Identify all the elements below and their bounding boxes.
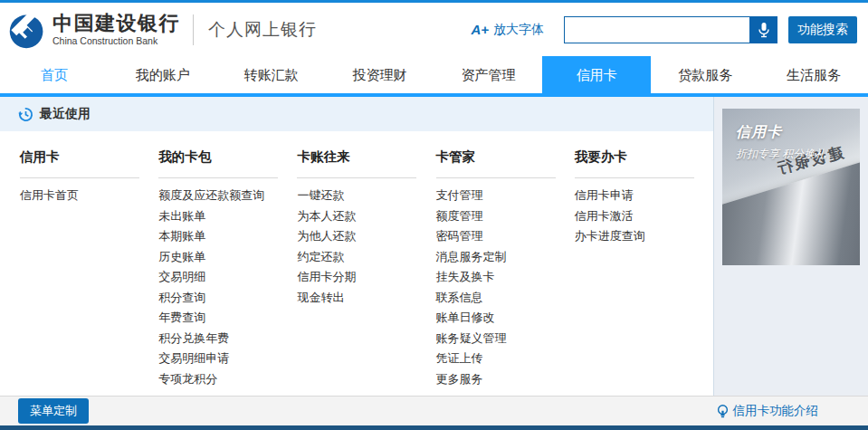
lightbulb-icon (716, 404, 730, 419)
menu-item[interactable]: 信用卡激活 (575, 206, 713, 227)
bottom-bar: 菜单定制 信用卡功能介绍 (0, 396, 868, 425)
menu-item[interactable]: 交易明细 (158, 267, 297, 288)
menu-column-card-transactions: 卡账往来 一键还款 为本人还款 为他人还款 约定还款 信用卡分期 现金转出 (297, 146, 435, 389)
column-divider (436, 177, 556, 178)
recently-used-label: 最近使用 (40, 106, 91, 122)
menu-item[interactable]: 年费查询 (158, 308, 297, 329)
banner-card-graphic (722, 160, 860, 265)
menu-item[interactable]: 账单日修改 (436, 308, 575, 329)
font-zoom-label: 放大字体 (493, 22, 544, 38)
column-divider (158, 177, 278, 178)
portal-title: 个人网上银行 (208, 18, 317, 42)
banner-title: 信用卡 (736, 123, 782, 142)
search-input[interactable] (564, 16, 749, 43)
font-zoom-link[interactable]: A+ 放大字体 (471, 22, 544, 38)
microphone-icon (758, 22, 770, 38)
tab-investment[interactable]: 投资理财 (326, 56, 434, 93)
tab-credit-card[interactable]: 信用卡 (542, 56, 651, 93)
menu-column-header: 我要办卡 (575, 146, 713, 166)
menu-item[interactable]: 额度及应还款额查询 (158, 186, 297, 206)
menu-item[interactable]: 信用卡分期 (297, 267, 435, 288)
search-group (564, 16, 777, 43)
menu-item[interactable]: 更多服务 (436, 369, 575, 390)
brand-name-cn: 中国建设银行 (52, 14, 180, 33)
main-nav: 首页 我的账户 转账汇款 投资理财 资产管理 信用卡 贷款服务 生活服务 (0, 56, 868, 93)
recently-used-bar[interactable]: 最近使用 (0, 97, 713, 131)
column-divider (297, 177, 416, 178)
menu-column-apply-card: 我要办卡 信用卡申请 信用卡激活 办卡进度查询 (575, 146, 713, 389)
menu-item[interactable]: 现金转出 (297, 288, 435, 309)
tab-life-services[interactable]: 生活服务 (759, 56, 868, 93)
menu-columns: 信用卡 信用卡首页 我的卡包 额度及应还款额查询 未出账单 本期账单 历史账单 … (0, 131, 713, 389)
banner-subtitle: 折扣专享 积分换礼 (736, 147, 825, 162)
font-zoom-icon: A+ (471, 22, 489, 37)
header-divider (193, 14, 194, 45)
menu-item[interactable]: 密码管理 (436, 226, 575, 247)
header: 中国建设银行 China Construction Bank 个人网上银行 A+… (0, 3, 868, 56)
menu-column-card-manager: 卡管家 支付管理 额度管理 密码管理 消息服务定制 挂失及换卡 联系信息 账单日… (436, 146, 575, 389)
menu-item[interactable]: 额度管理 (436, 206, 575, 227)
bottom-navy-strip (0, 425, 868, 430)
tab-loan-services[interactable]: 贷款服务 (651, 56, 759, 93)
menu-item[interactable]: 信用卡申请 (575, 186, 713, 206)
menu-item[interactable]: 办卡进度查询 (575, 226, 713, 247)
menu-item[interactable]: 未出账单 (158, 206, 297, 227)
brand-block: 中国建设银行 China Construction Bank (52, 14, 180, 46)
menu-item[interactable]: 信用卡首页 (20, 186, 158, 206)
column-divider (20, 177, 139, 178)
credit-card-intro-link[interactable]: 信用卡功能介绍 (716, 403, 819, 419)
tab-transfer[interactable]: 转账汇款 (217, 56, 326, 93)
menu-item[interactable]: 联系信息 (436, 288, 575, 309)
menu-item[interactable]: 消息服务定制 (436, 247, 575, 268)
menu-item[interactable]: 支付管理 (436, 186, 575, 206)
menu-item[interactable]: 约定还款 (297, 247, 435, 268)
menu-column-my-cards: 我的卡包 额度及应还款额查询 未出账单 本期账单 历史账单 交易明细 积分查询 … (158, 146, 297, 389)
tab-my-accounts[interactable]: 我的账户 (109, 56, 217, 93)
menu-item[interactable]: 本期账单 (158, 226, 297, 247)
menu-item[interactable]: 积分兑换年费 (158, 329, 297, 349)
history-clock-icon (18, 107, 33, 122)
menu-column-credit-card: 信用卡 信用卡首页 (20, 146, 158, 389)
ccb-logo-icon (7, 10, 47, 50)
column-divider (575, 177, 694, 178)
menu-item[interactable]: 积分查询 (158, 288, 297, 309)
menu-item[interactable]: 账务疑义管理 (436, 329, 575, 349)
tab-home[interactable]: 首页 (0, 56, 109, 93)
menu-customize-button[interactable]: 菜单定制 (18, 398, 89, 424)
menu-item[interactable]: 凭证上传 (436, 349, 575, 369)
menu-column-header: 卡管家 (436, 146, 575, 166)
menu-item[interactable]: 一键还款 (297, 186, 435, 206)
menu-item[interactable]: 为本人还款 (297, 206, 435, 227)
voice-search-button[interactable] (749, 16, 777, 43)
menu-item[interactable]: 交易明细申请 (158, 349, 297, 369)
function-search-button[interactable]: 功能搜索 (788, 16, 857, 43)
credit-card-promo-banner[interactable]: 建设银行 信用卡 折扣专享 积分换礼 (722, 109, 860, 265)
promo-panel: 建设银行 信用卡 折扣专享 积分换礼 (713, 97, 868, 396)
menu-column-header: 卡账往来 (297, 146, 435, 166)
menu-item[interactable]: 历史账单 (158, 247, 297, 268)
tab-asset-management[interactable]: 资产管理 (434, 56, 543, 93)
menu-item[interactable]: 为他人还款 (297, 226, 435, 247)
menu-item[interactable]: 专项龙积分 (158, 369, 297, 390)
content-area: 最近使用 信用卡 信用卡首页 我的卡包 额度及应还款额查询 未出账单 本期账单 … (0, 97, 868, 396)
menu-column-header: 信用卡 (20, 146, 158, 166)
menu-item[interactable]: 挂失及换卡 (436, 267, 575, 288)
credit-card-intro-label: 信用卡功能介绍 (733, 403, 819, 419)
brand-name-en: China Construction Bank (52, 36, 180, 46)
menu-panel: 最近使用 信用卡 信用卡首页 我的卡包 额度及应还款额查询 未出账单 本期账单 … (0, 97, 713, 396)
menu-column-header: 我的卡包 (158, 146, 297, 166)
